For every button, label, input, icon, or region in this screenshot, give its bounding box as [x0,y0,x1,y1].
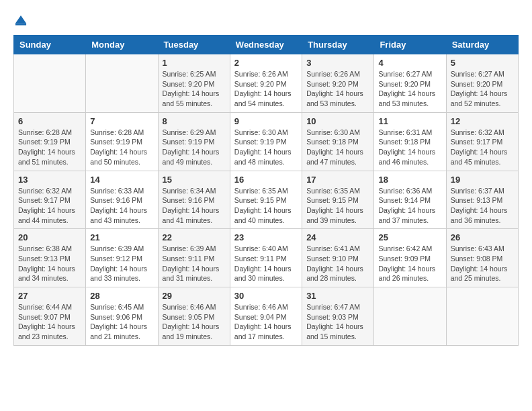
calendar-cell: 28Sunrise: 6:45 AMSunset: 9:06 PMDayligh… [86,287,158,346]
sunrise-text: Sunrise: 6:43 AM [451,244,514,254]
daylight-text: Daylight: 14 hours and 45 minutes. [451,147,514,167]
sunset-text: Sunset: 9:20 PM [306,79,369,89]
sunset-text: Sunset: 9:03 PM [306,312,369,322]
sunrise-text: Sunrise: 6:32 AM [451,128,514,138]
sunset-text: Sunset: 9:19 PM [163,137,226,147]
calendar-cell [374,287,446,346]
calendar-cell: 15Sunrise: 6:34 AMSunset: 9:16 PMDayligh… [158,171,230,229]
day-number: 15 [163,175,226,185]
sunrise-text: Sunrise: 6:30 AM [306,128,369,138]
col-header-monday: Monday [86,36,158,54]
daylight-text: Daylight: 14 hours and 37 minutes. [378,205,441,225]
sunrise-text: Sunrise: 6:31 AM [378,128,441,138]
calendar-cell: 2Sunrise: 6:26 AMSunset: 9:20 PMDaylight… [230,54,302,113]
day-number: 19 [451,175,514,185]
sunrise-text: Sunrise: 6:34 AM [163,186,226,196]
daylight-text: Daylight: 14 hours and 47 minutes. [306,147,369,167]
day-number: 30 [234,291,298,301]
sunset-text: Sunset: 9:16 PM [90,195,153,205]
svg-rect-1 [15,24,26,26]
day-number: 17 [306,175,369,185]
day-number: 16 [234,175,298,185]
calendar-cell: 9Sunrise: 6:30 AMSunset: 9:19 PMDaylight… [230,112,302,171]
calendar-cell: 11Sunrise: 6:31 AMSunset: 9:18 PMDayligh… [374,112,446,171]
day-number: 21 [90,232,153,242]
calendar-cell: 31Sunrise: 6:47 AMSunset: 9:03 PMDayligh… [302,287,374,346]
daylight-text: Daylight: 14 hours and 23 minutes. [18,322,81,341]
daylight-text: Daylight: 14 hours and 30 minutes. [234,264,298,283]
calendar-cell: 14Sunrise: 6:33 AMSunset: 9:16 PMDayligh… [86,171,158,229]
calendar-cell [86,54,158,113]
sunrise-text: Sunrise: 6:47 AM [306,302,369,312]
sunset-text: Sunset: 9:13 PM [451,195,514,205]
daylight-text: Daylight: 14 hours and 43 minutes. [90,205,153,225]
logo [13,13,31,28]
day-number: 9 [234,116,298,126]
day-info: Sunrise: 6:28 AMSunset: 9:19 PMDaylight:… [18,128,81,167]
sunset-text: Sunset: 9:20 PM [451,79,514,89]
day-info: Sunrise: 6:42 AMSunset: 9:09 PMDaylight:… [378,244,441,283]
sunset-text: Sunset: 9:19 PM [234,137,298,147]
day-number: 23 [234,232,298,242]
day-info: Sunrise: 6:45 AMSunset: 9:06 PMDaylight:… [90,302,153,342]
daylight-text: Daylight: 14 hours and 53 minutes. [378,89,441,108]
day-number: 8 [163,116,226,126]
day-info: Sunrise: 6:44 AMSunset: 9:07 PMDaylight:… [18,302,81,342]
calendar-cell: 18Sunrise: 6:36 AMSunset: 9:14 PMDayligh… [374,171,446,229]
day-info: Sunrise: 6:31 AMSunset: 9:18 PMDaylight:… [378,128,441,167]
daylight-text: Daylight: 14 hours and 52 minutes. [451,89,514,108]
day-info: Sunrise: 6:33 AMSunset: 9:16 PMDaylight:… [90,186,153,226]
sunset-text: Sunset: 9:06 PM [90,312,153,322]
daylight-text: Daylight: 14 hours and 49 minutes. [163,147,226,167]
calendar-cell: 27Sunrise: 6:44 AMSunset: 9:07 PMDayligh… [14,287,86,346]
day-number: 18 [378,175,441,185]
logo-icon [13,13,28,28]
day-info: Sunrise: 6:29 AMSunset: 9:19 PMDaylight:… [163,128,226,167]
sunrise-text: Sunrise: 6:35 AM [234,186,298,196]
sunrise-text: Sunrise: 6:41 AM [306,244,369,254]
day-number: 22 [163,232,226,242]
sunset-text: Sunset: 9:13 PM [18,254,81,264]
sunrise-text: Sunrise: 6:38 AM [18,244,81,254]
calendar-cell: 26Sunrise: 6:43 AMSunset: 9:08 PMDayligh… [446,229,518,287]
sunset-text: Sunset: 9:08 PM [451,254,514,264]
sunrise-text: Sunrise: 6:35 AM [306,186,369,196]
daylight-text: Daylight: 14 hours and 31 minutes. [163,264,226,283]
sunrise-text: Sunrise: 6:39 AM [163,244,226,254]
calendar-cell: 16Sunrise: 6:35 AMSunset: 9:15 PMDayligh… [230,171,302,229]
col-header-sunday: Sunday [14,36,86,54]
sunset-text: Sunset: 9:18 PM [306,137,369,147]
daylight-text: Daylight: 14 hours and 17 minutes. [234,322,298,341]
sunset-text: Sunset: 9:15 PM [306,195,369,205]
calendar-cell: 13Sunrise: 6:32 AMSunset: 9:17 PMDayligh… [14,171,86,229]
day-number: 1 [163,58,226,68]
sunset-text: Sunset: 9:04 PM [234,312,298,322]
sunrise-text: Sunrise: 6:28 AM [18,128,81,138]
day-number: 24 [306,232,369,242]
sunrise-text: Sunrise: 6:42 AM [378,244,441,254]
calendar-cell: 21Sunrise: 6:39 AMSunset: 9:12 PMDayligh… [86,229,158,287]
day-info: Sunrise: 6:32 AMSunset: 9:17 PMDaylight:… [18,186,81,226]
svg-marker-0 [15,15,26,24]
daylight-text: Daylight: 14 hours and 53 minutes. [306,89,369,108]
sunset-text: Sunset: 9:09 PM [378,254,441,264]
day-info: Sunrise: 6:43 AMSunset: 9:08 PMDaylight:… [451,244,514,283]
col-header-wednesday: Wednesday [230,36,302,54]
sunrise-text: Sunrise: 6:26 AM [234,69,298,79]
sunrise-text: Sunrise: 6:45 AM [90,302,153,312]
header-row: SundayMondayTuesdayWednesdayThursdayFrid… [14,36,519,54]
sunset-text: Sunset: 9:19 PM [18,137,81,147]
daylight-text: Daylight: 14 hours and 46 minutes. [378,147,441,167]
daylight-text: Daylight: 14 hours and 54 minutes. [234,89,298,108]
daylight-text: Daylight: 14 hours and 55 minutes. [163,89,226,108]
day-info: Sunrise: 6:41 AMSunset: 9:10 PMDaylight:… [306,244,369,283]
calendar-cell: 7Sunrise: 6:28 AMSunset: 9:19 PMDaylight… [86,112,158,171]
day-number: 4 [378,58,441,68]
day-number: 7 [90,116,153,126]
sunrise-text: Sunrise: 6:30 AM [234,128,298,138]
sunset-text: Sunset: 9:17 PM [18,195,81,205]
calendar-cell: 25Sunrise: 6:42 AMSunset: 9:09 PMDayligh… [374,229,446,287]
col-header-tuesday: Tuesday [158,36,230,54]
calendar-cell: 12Sunrise: 6:32 AMSunset: 9:17 PMDayligh… [446,112,518,171]
daylight-text: Daylight: 14 hours and 41 minutes. [163,205,226,225]
